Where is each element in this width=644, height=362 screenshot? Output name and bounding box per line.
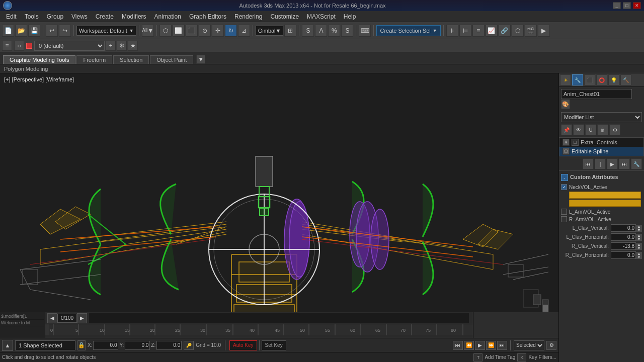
quick-render-button[interactable]: ▶ (538, 25, 550, 37)
ca-lclav-vert-dn[interactable]: ▼ (636, 228, 642, 232)
coord-x[interactable] (93, 341, 118, 350)
panel-utilities-btn[interactable]: 🔨 (620, 74, 631, 85)
keyboard-shortcut-override[interactable]: ⌨ (359, 25, 371, 37)
ca-rclav-vert-value[interactable] (611, 242, 636, 250)
time-mode-select[interactable]: Selected (514, 340, 544, 350)
play-button[interactable]: ▶ (475, 341, 485, 350)
schematic-view-button[interactable]: 🔗 (499, 25, 511, 37)
make-unique-btn[interactable]: U (585, 124, 596, 135)
menu-help[interactable]: Help (340, 12, 360, 21)
frame-counter[interactable]: 0/100 (57, 314, 77, 323)
show-results-btn[interactable]: 👁 (573, 124, 584, 135)
spinner-snap-toggle[interactable]: S (341, 25, 353, 37)
menu-modifiers[interactable]: Modifiers (118, 12, 150, 21)
set-key-button[interactable]: Set Key (262, 340, 286, 350)
tab-options-button[interactable]: ▼ (196, 55, 205, 64)
configure-btn[interactable]: ⚙ (609, 124, 620, 135)
menu-views[interactable]: Views (67, 12, 92, 21)
tab-object-paint[interactable]: Object Paint (150, 55, 193, 64)
curve-editor-button[interactable]: 📈 (486, 25, 498, 37)
panel-modify-btn[interactable]: 🔧 (572, 74, 583, 85)
save-file-button[interactable]: 💾 (28, 25, 40, 37)
ca-rarmvol-checkbox[interactable] (561, 216, 567, 222)
menu-edit[interactable]: Edit (2, 12, 21, 21)
align-button[interactable]: ⊨ (459, 25, 471, 37)
layer-icon[interactable]: ≡ (2, 41, 12, 51)
ca-lclav-vert-value[interactable] (611, 224, 636, 232)
menu-customize[interactable]: Customize (266, 12, 303, 21)
go-end-button[interactable]: ⏭ (497, 341, 507, 350)
panel-motion-btn[interactable]: ⭕ (596, 74, 607, 85)
rotate-button[interactable]: ↻ (225, 25, 237, 37)
checkbox-extra-controls[interactable]: □ (572, 139, 579, 146)
remove-modifier-btn[interactable]: 🗑 (597, 124, 608, 135)
menu-graph-editors[interactable]: Graph Editors (185, 12, 230, 21)
material-editor-button[interactable]: ⬡ (512, 25, 524, 37)
select-region-button[interactable]: ⬜ (173, 25, 185, 37)
close-button[interactable]: ✕ (633, 2, 641, 9)
stack-settings-btn[interactable]: 🔧 (631, 158, 642, 169)
ca-swatch1[interactable] (569, 192, 641, 199)
modifier-editable-spline[interactable]: ⬡ Editable Spline (559, 147, 643, 156)
next-frame-button[interactable]: ▶ (77, 313, 87, 323)
object-color-swatch[interactable]: 🎨 (561, 99, 570, 109)
auto-key-button[interactable]: Auto Key (229, 340, 257, 350)
next-frame-btn[interactable]: ⏩ (486, 341, 496, 350)
ca-lclav-vert-up[interactable]: ▲ (636, 225, 642, 228)
menu-create[interactable]: Create (92, 12, 118, 21)
pin-stack-btn[interactable]: 📌 (561, 124, 572, 135)
prev-frame-button[interactable]: ◀ (47, 313, 57, 323)
tab-selection[interactable]: Selection (113, 55, 149, 64)
ca-rclav-horiz-dn[interactable]: ▼ (636, 255, 642, 259)
ca-collapse-btn[interactable]: - (561, 174, 568, 181)
workspace-dropdown[interactable]: Workspace: Default ▼ (76, 26, 136, 36)
ca-lclav-horiz-dn[interactable]: ▼ (636, 237, 642, 241)
object-name-field[interactable] (561, 89, 632, 99)
new-file-button[interactable]: 📄 (2, 25, 14, 37)
ca-rclav-vert-up[interactable]: ▲ (636, 243, 642, 246)
menu-maxscript[interactable]: MAXScript (303, 12, 340, 21)
add-layer-button[interactable]: + (106, 41, 116, 51)
lock-keys-btn[interactable]: 🔑 (184, 341, 194, 350)
tab-freeform[interactable]: Freeform (76, 55, 112, 64)
panel-hierarchy-btn[interactable]: ⬛ (584, 74, 595, 85)
tab-graphite-modeling[interactable]: Graphite Modeling Tools (3, 55, 75, 64)
freeze-layer-button[interactable]: ❄ (117, 41, 127, 51)
select-object-button[interactable]: ⬡ (159, 25, 172, 37)
modifier-extra-controls[interactable]: ☀ □ Extra_Controls (559, 138, 643, 147)
menu-animation[interactable]: Animation (150, 12, 185, 21)
panel-create-btn[interactable]: ☀ (560, 74, 571, 85)
go-start-button[interactable]: ⏮ (453, 341, 463, 350)
undo-button[interactable]: ↩ (46, 25, 58, 37)
open-file-button[interactable]: 📂 (15, 25, 27, 37)
unfreeze-layer-button[interactable]: ★ (128, 41, 138, 51)
ca-rclav-vert-dn[interactable]: ▼ (636, 246, 642, 250)
render-icon[interactable]: ○ (14, 41, 24, 51)
pivot-button[interactable]: ⊞ (284, 25, 296, 37)
go-to-start-stack-btn[interactable]: ⏮ (583, 158, 594, 169)
coord-z[interactable] (156, 341, 182, 350)
maximize-button[interactable]: □ (623, 2, 631, 9)
menu-rendering[interactable]: Rendering (230, 12, 266, 21)
key-filters-btn[interactable]: K (517, 353, 526, 361)
select-lasso-button[interactable]: ⊙ (199, 25, 211, 37)
ca-larmvol-checkbox[interactable] (561, 209, 567, 215)
prev-frame-btn[interactable]: ⏪ (464, 341, 474, 350)
timeline-main[interactable]: ◀ 0/100 ▶ 0 5 (45, 312, 473, 338)
snap-toggle[interactable]: S (302, 25, 314, 37)
move-button[interactable]: ✛ (212, 25, 224, 37)
menu-group[interactable]: Group (43, 12, 67, 21)
minimize-button[interactable]: _ (613, 2, 621, 9)
ca-rclav-horiz-up[interactable]: ▲ (636, 252, 642, 255)
mirror-button[interactable]: ⊧ (446, 25, 458, 37)
menu-tools[interactable]: Tools (21, 12, 43, 21)
reference-coord-dropdown[interactable]: Gimbal▼ (256, 26, 284, 36)
render-setup-button[interactable]: 🎬 (525, 25, 537, 37)
create-selection-set[interactable]: Create Selection Sel ▼ (376, 25, 440, 36)
select-filter-all[interactable]: All▼ (142, 25, 154, 37)
ca-swatch2[interactable] (569, 200, 641, 207)
select-window-button[interactable]: ⬛ (186, 25, 198, 37)
time-track[interactable] (89, 313, 469, 323)
angle-snap-toggle[interactable]: A (315, 25, 327, 37)
ca-rclav-horiz-value[interactable] (611, 251, 636, 259)
